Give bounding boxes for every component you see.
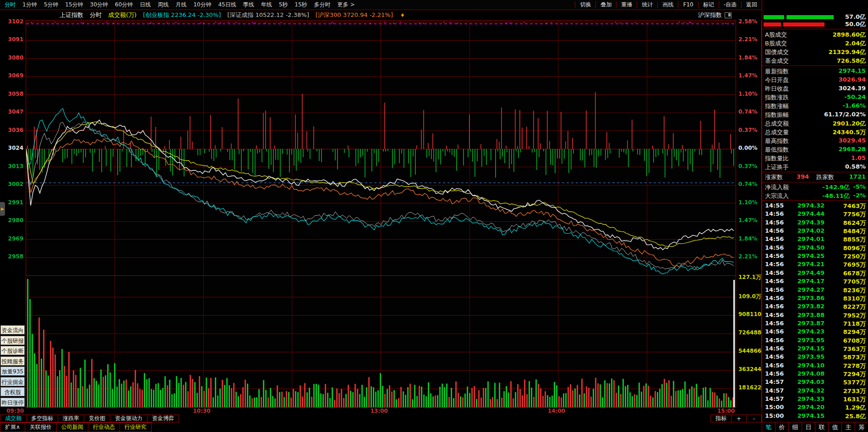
volume-bar: [572, 390, 573, 407]
volume-bar: [391, 392, 393, 407]
toolbar-menu-item[interactable]: 返回: [741, 1, 762, 8]
info-tab-item[interactable]: 行业动态: [88, 422, 120, 432]
volume-bar: [311, 397, 312, 407]
tick-row: 14:562974.496678万: [762, 269, 868, 278]
period-menu-item[interactable]: 月线: [175, 1, 186, 9]
price-axis-label: 3036: [8, 127, 23, 133]
toolbar-menu-item[interactable]: 画线: [657, 1, 678, 8]
period-menu-item[interactable]: 日线: [140, 1, 151, 9]
minute-up-bar: [673, 133, 674, 149]
minute-down-bar: [626, 149, 627, 154]
signal-dot: [220, 22, 221, 23]
panel-separator: [762, 66, 868, 66]
quote-panel-tab[interactable]: 筹: [855, 422, 868, 432]
info-tab-item[interactable]: 公司新闻: [57, 422, 88, 432]
indicator-button[interactable]: 指标: [710, 415, 732, 422]
minute-down-bar: [110, 149, 111, 171]
period-menu-item[interactable]: 周线: [158, 1, 169, 9]
bottom-tab-item[interactable]: 资金驱动力: [110, 415, 147, 422]
bottom-tab-item[interactable]: 资金博弈: [147, 415, 179, 422]
left-shortcut-button[interactable]: 行业掘金: [0, 377, 25, 386]
minute-down-bar: [39, 149, 40, 170]
left-shortcut-button[interactable]: 昨日涨停: [0, 398, 25, 407]
bottom-tab-item[interactable]: 多空指标: [27, 415, 58, 422]
minute-up-bar: [222, 127, 223, 149]
period-menu-item[interactable]: 15秒: [295, 1, 307, 9]
info-tab-item[interactable]: 行业研究: [120, 422, 152, 432]
info-tab-item[interactable]: 关联报价: [25, 422, 57, 432]
bottom-tab-active[interactable]: 成交额: [0, 415, 27, 422]
quote-panel-tab[interactable]: 细: [788, 422, 802, 432]
left-shortcut-button[interactable]: 含权股: [0, 387, 25, 396]
sidebar-expand-arrow[interactable]: ▶: [0, 202, 5, 216]
signal-dot: [393, 23, 394, 24]
quote-panel-tab[interactable]: 值: [828, 422, 841, 432]
left-shortcut-button[interactable]: 资金流向: [0, 325, 25, 334]
percent-axis-label: 2.21%: [738, 253, 758, 260]
quote-panel-tab[interactable]: 联: [815, 422, 828, 432]
volume-bar: [503, 391, 505, 407]
signal-dot: [151, 22, 152, 23]
volume-bar: [87, 388, 88, 407]
bottom-tab-item[interactable]: 涨跌率: [58, 415, 84, 422]
sell-volume-value: 50.0亿: [845, 20, 866, 28]
period-menu-item[interactable]: 分时: [5, 1, 16, 9]
toolbar-menu-item[interactable]: 切换: [575, 1, 595, 8]
period-menu-item[interactable]: 10分钟: [193, 1, 211, 9]
toolbar-menu-item[interactable]: 标记: [698, 1, 719, 8]
period-menu-item[interactable]: 30分钟: [90, 1, 108, 9]
toolbar-menu-item[interactable]: 统计: [637, 1, 657, 8]
quote-panel-tab[interactable]: 价: [775, 422, 788, 432]
left-shortcut-button[interactable]: 投顾服务: [0, 356, 25, 366]
volume-bar: [467, 387, 468, 407]
period-menu-item[interactable]: 1分钟: [22, 1, 37, 9]
chart-title-segment: 分时: [90, 11, 102, 19]
volume-bar: [338, 393, 340, 407]
minute-down-bar: [717, 149, 718, 170]
period-menu-item[interactable]: 45日线: [218, 1, 236, 9]
toolbar-menu-item[interactable]: -自选: [719, 1, 741, 8]
tick-price: 2974.25: [789, 252, 824, 259]
minute-down-bar: [449, 149, 450, 153]
zoom-out-button[interactable]: -: [747, 415, 762, 422]
intraday-chart-plot[interactable]: [26, 20, 736, 408]
window-icon[interactable]: [725, 12, 732, 18]
minute-down-bar: [497, 149, 498, 152]
toolbar-menu-item[interactable]: F10: [678, 1, 698, 8]
signal-dot: [419, 22, 420, 23]
info-tab-item[interactable]: 扩展∧: [0, 422, 25, 432]
quote-panel-tab[interactable]: 笔: [762, 422, 775, 432]
volume-bar: [540, 388, 541, 407]
quote-panel-tab[interactable]: 日: [802, 422, 815, 432]
minute-down-bar: [713, 149, 714, 164]
volume-bar: [309, 388, 310, 407]
left-shortcut-button[interactable]: 个股诊断: [0, 346, 25, 355]
period-menu-item[interactable]: 年线: [261, 1, 272, 9]
volume-bar: [687, 394, 688, 407]
bottom-tab-item[interactable]: 竞价图: [84, 415, 110, 422]
minute-up-bar: [682, 145, 683, 149]
period-menu-item[interactable]: 5秒: [279, 1, 288, 9]
period-menu-item[interactable]: 更多 >: [338, 1, 355, 9]
volume-bar: [485, 388, 486, 407]
volume-bar: [714, 393, 715, 407]
period-menu-item[interactable]: 5分钟: [44, 1, 59, 9]
minute-down-bar: [131, 149, 132, 167]
toolbar-menu: 切换叠加重播统计画线F10标记-自选返回: [575, 0, 762, 10]
alert-bell-icon[interactable]: ♦: [400, 12, 405, 18]
period-menu-item[interactable]: 15分钟: [65, 1, 83, 9]
quote-panel-tab[interactable]: 主: [841, 422, 855, 432]
volume-bar: [574, 388, 576, 407]
index-board-label[interactable]: 沪深指数: [698, 11, 722, 19]
toolbar-menu-item[interactable]: 重播: [616, 1, 637, 8]
zoom-in-button[interactable]: +: [732, 415, 747, 422]
period-menu-item[interactable]: 60分钟: [115, 1, 133, 9]
signal-dot: [551, 22, 552, 23]
left-shortcut-button[interactable]: 放量935: [0, 366, 25, 376]
minute-down-bar: [678, 149, 679, 166]
toolbar-menu-item[interactable]: 叠加: [595, 1, 616, 8]
left-shortcut-button[interactable]: 个股研报: [0, 336, 25, 345]
volume-bar: [412, 399, 413, 407]
period-menu-item[interactable]: 季线: [243, 1, 254, 9]
period-menu-item[interactable]: 多分时: [314, 1, 331, 9]
